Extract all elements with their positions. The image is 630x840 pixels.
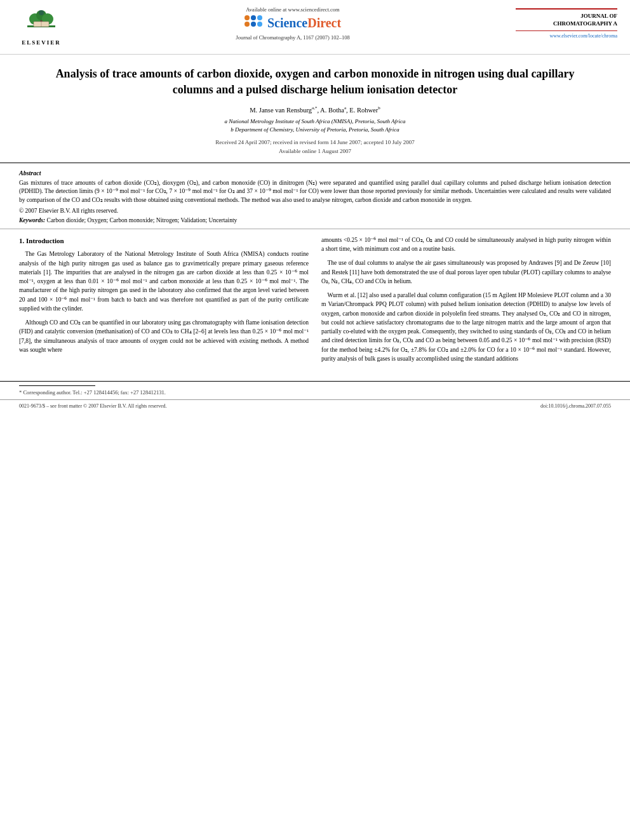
authors: M. Janse van Rensburga,*, A. Bothaa, E. … [38, 105, 592, 114]
keywords-text: Carbon dioxide; Oxygen; Carbon monoxide;… [47, 217, 238, 223]
right-paragraph-1: amounts <0.25 × 10⁻⁶ mol mol⁻¹ of CO₂, O… [321, 236, 611, 254]
elsevier-name: ELSEVIER [22, 39, 61, 46]
left-column: 1. Introduction The Gas Metrology Labora… [19, 236, 309, 368]
svg-point-7 [39, 10, 44, 15]
elsevier-url: www.elsevier.com/locate/chroma [549, 33, 617, 39]
keywords-label: Keywords: [19, 217, 45, 223]
bottom-footer: 0021-9673/$ – see front matter © 2007 El… [0, 399, 630, 412]
page-header: ELSEVIER Available online at www.science… [0, 0, 630, 55]
bottom-divider [516, 30, 617, 32]
author-3-sup: b [378, 105, 380, 110]
dates: Received 24 April 2007; received in revi… [38, 138, 592, 156]
affiliation-b: b Department of Chemistry, University of… [38, 126, 592, 135]
intro-paragraph-1: The Gas Metrology Laboratory of the Nati… [19, 250, 309, 313]
available-date: Available online 1 August 2007 [38, 147, 592, 156]
abstract-text: Gas mixtures of trace amounts of carbon … [19, 179, 611, 205]
title-section: Analysis of trace amounts of carbon diox… [0, 55, 630, 163]
received-date: Received 24 April 2007; received in revi… [38, 138, 592, 147]
available-online-text: Available online at www.sciencedirect.co… [246, 6, 339, 13]
abstract-section: Abstract Gas mixtures of trace amounts o… [0, 163, 630, 229]
sciencedirect-logo: ScienceDirect [245, 15, 341, 30]
sciencedirect-name: ScienceDirect [267, 16, 341, 30]
sd-dot-1 [245, 15, 250, 20]
journal-citation: Journal of Chromatography A, 1167 (2007)… [236, 34, 349, 41]
corresponding-note: * Corresponding author. Tel.: +27 128414… [19, 389, 611, 396]
intro-paragraph-2: Although CO and CO₂ can be quantified in… [19, 318, 309, 354]
footer-divider [19, 385, 95, 386]
affiliations: a National Metrology Institute of South … [38, 117, 592, 135]
issn-text: 0021-9673/$ – see front matter © 2007 El… [19, 403, 167, 409]
sd-dot-6 [257, 22, 262, 27]
two-column-body: 1. Introduction The Gas Metrology Labora… [0, 229, 630, 375]
author-3: , E. Rohwer [346, 107, 378, 114]
author-1: M. Janse van Rensburg [250, 107, 312, 114]
page: ELSEVIER Available online at www.science… [0, 0, 630, 840]
right-paragraph-2: The use of dual columns to analyse the a… [321, 258, 611, 286]
copyright-text: © 2007 Elsevier B.V. All rights reserved… [19, 208, 611, 214]
right-column: amounts <0.25 × 10⁻⁶ mol mol⁻¹ of CO₂, O… [321, 236, 611, 368]
sd-dot-2 [251, 15, 256, 20]
center-header: Available online at www.sciencedirect.co… [76, 6, 509, 41]
author-2: , A. Botha [317, 107, 344, 114]
elsevier-logo: ELSEVIER [13, 6, 70, 51]
main-title: Analysis of trace amounts of carbon diox… [38, 66, 592, 98]
doi-text: doi:10.1016/j.chroma.2007.07.055 [540, 403, 611, 409]
right-header: JOURNAL OF CHROMATOGRAPHY A www.elsevier… [516, 6, 617, 39]
affiliation-a: a National Metrology Institute of South … [38, 117, 592, 126]
footer: * Corresponding author. Tel.: +27 128414… [0, 381, 630, 399]
abstract-title: Abstract [19, 170, 611, 177]
right-paragraph-3: Wurm et al. [12] also used a parallel du… [321, 291, 611, 363]
introduction-heading: 1. Introduction [19, 236, 309, 246]
keywords: Keywords: Carbon dioxide; Oxygen; Carbon… [19, 217, 611, 223]
sd-dot-4 [245, 22, 250, 27]
journal-title-right: JOURNAL OF CHROMATOGRAPHY A [553, 12, 617, 28]
sd-dot-5 [251, 22, 256, 27]
top-divider [516, 8, 617, 10]
sd-dot-3 [257, 15, 262, 20]
